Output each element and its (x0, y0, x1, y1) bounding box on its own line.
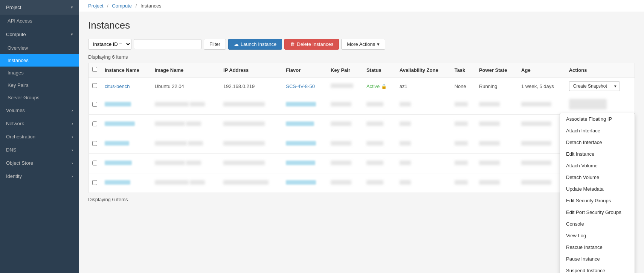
action-btn-group: Create Snapshot ▾ (569, 81, 620, 91)
sidebar-item-object-store[interactable]: Object Store › (0, 156, 79, 170)
table-header-row: Instance Name Image Name IP Address Flav… (89, 63, 635, 77)
cloud-icon: ☁ (234, 41, 239, 47)
col-flavor: Flavor (282, 63, 327, 77)
dropdown-item-6[interactable]: Update Metadata (560, 183, 635, 195)
action-dropdown-menu: Associate Floating IPAttach InterfaceDet… (560, 113, 635, 273)
col-image-name: Image Name (151, 63, 220, 77)
filter-type-select[interactable]: Instance ID = (88, 39, 131, 50)
row-checkbox[interactable] (92, 161, 97, 165)
sidebar-item-images[interactable]: Images (0, 67, 79, 79)
col-availability-zone: Availability Zone (396, 63, 451, 77)
create-snapshot-button[interactable]: Create Snapshot (569, 81, 611, 91)
displaying-count-top: Displaying 6 items (88, 54, 635, 60)
instance-name-link[interactable]: citus-bench (105, 83, 130, 89)
sidebar-project[interactable]: Project ▾ (0, 0, 79, 15)
arrow-right-icon: › (72, 121, 73, 126)
row-checkbox[interactable] (92, 141, 97, 146)
sidebar-item-volumes[interactable]: Volumes › (0, 104, 79, 117)
arrow-right-icon: › (72, 161, 73, 166)
dropdown-item-11[interactable]: Rescue Instance (560, 241, 635, 253)
sidebar-item-orchestration[interactable]: Orchestration › (0, 130, 79, 143)
keypair-cell (327, 77, 363, 95)
col-task: Task (451, 63, 475, 77)
filter-button[interactable]: Filter (204, 39, 226, 50)
ip-cell: 192.168.0.219 (220, 77, 282, 95)
lock-icon: 🔒 (381, 84, 387, 89)
filter-input[interactable] (134, 39, 201, 49)
trash-icon: 🗑 (290, 41, 295, 47)
col-instance-name: Instance Name (101, 63, 151, 77)
action-cell: Create Snapshot ▾ (565, 77, 635, 95)
arrow-right-icon: › (72, 147, 73, 153)
col-key-pair: Key Pair (327, 63, 363, 77)
sidebar-compute-label: Compute (6, 32, 26, 37)
power-state-cell: Running (475, 77, 517, 95)
sidebar-item-network[interactable]: Network › (0, 117, 79, 130)
status-cell: Active 🔒 (363, 77, 396, 95)
sidebar-compute[interactable]: Compute ▾ (0, 27, 79, 42)
col-power-state: Power State (475, 63, 517, 77)
sidebar-item-overview[interactable]: Overview (0, 42, 79, 54)
row-checkbox[interactable] (92, 121, 97, 126)
sidebar-item-instances[interactable]: Instances (0, 54, 79, 67)
breadcrumb-instances: Instances (140, 3, 162, 9)
breadcrumb: Project / Compute / Instances (79, 0, 644, 12)
table-row (89, 134, 635, 154)
page-title: Instances (88, 20, 635, 31)
dropdown-item-8[interactable]: Edit Port Security Groups (560, 206, 635, 218)
flavor-link[interactable]: SCS-4V-8-50 (286, 83, 315, 89)
col-actions: Actions (565, 63, 635, 77)
dropdown-item-0[interactable]: Associate Floating IP (560, 113, 635, 125)
sidebar-item-api-access[interactable]: API Access (0, 15, 79, 27)
breadcrumb-compute[interactable]: Compute (112, 3, 132, 9)
dropdown-item-1[interactable]: Attach Interface (560, 125, 635, 136)
table-row (89, 95, 635, 115)
table-row (89, 115, 635, 134)
sidebar-item-key-pairs[interactable]: Key Pairs (0, 79, 79, 91)
sidebar-item-dns[interactable]: DNS › (0, 143, 79, 156)
caret-down-icon: ▾ (377, 41, 380, 47)
table-row: citus-bench Ubuntu 22.04 192.168.0.219 S… (89, 77, 635, 95)
dropdown-item-13[interactable]: Suspend Instance (560, 265, 635, 273)
breadcrumb-project[interactable]: Project (88, 3, 103, 9)
image-name-cell: Ubuntu 22.04 (151, 77, 220, 95)
chevron-down-icon: ▾ (71, 5, 73, 10)
dropdown-item-2[interactable]: Detach Interface (560, 136, 635, 148)
breadcrumb-sep1: / (107, 3, 108, 9)
chevron-down-icon: ▾ (71, 32, 73, 37)
task-cell: None (451, 77, 475, 95)
dropdown-item-4[interactable]: Attach Volume (560, 160, 635, 171)
dropdown-item-7[interactable]: Edit Security Groups (560, 195, 635, 206)
instances-table: Instance Name Image Name IP Address Flav… (88, 63, 635, 193)
sidebar-item-server-groups[interactable]: Server Groups (0, 91, 79, 104)
row-checkbox[interactable] (92, 180, 97, 185)
row-checkbox[interactable] (92, 102, 97, 107)
arrow-right-icon: › (72, 134, 73, 140)
main-content: Project / Compute / Instances Instances … (79, 0, 644, 273)
az-cell: az1 (396, 77, 451, 95)
delete-instances-button[interactable]: 🗑 Delete Instances (284, 39, 339, 50)
sidebar: Project ▾ API Access Compute ▾ Overview … (0, 0, 79, 273)
action-dropdown-toggle[interactable]: ▾ (611, 81, 620, 91)
row-checkbox[interactable] (92, 83, 97, 88)
age-cell: 1 week, 5 days (517, 77, 565, 95)
dropdown-item-5[interactable]: Detach Volume (560, 171, 635, 183)
col-age: Age (517, 63, 565, 77)
content-area: Instances Instance ID = Filter ☁ Launch … (79, 12, 644, 273)
arrow-right-icon: › (72, 174, 73, 179)
col-ip-address: IP Address (220, 63, 282, 77)
dropdown-item-9[interactable]: Console (560, 218, 635, 230)
arrow-right-icon: › (72, 108, 73, 113)
dropdown-item-10[interactable]: View Log (560, 230, 635, 241)
breadcrumb-sep2: / (136, 3, 137, 9)
toolbar: Instance ID = Filter ☁ Launch Instance 🗑… (88, 39, 635, 50)
col-status: Status (363, 63, 396, 77)
dropdown-item-12[interactable]: Pause Instance (560, 253, 635, 265)
sidebar-item-identity[interactable]: Identity › (0, 170, 79, 183)
dropdown-item-3[interactable]: Edit Instance (560, 148, 635, 160)
sidebar-project-label: Project (6, 5, 21, 10)
table-row (89, 173, 635, 193)
more-actions-button[interactable]: More Actions ▾ (341, 39, 385, 50)
select-all-checkbox[interactable] (92, 67, 97, 72)
launch-instance-button[interactable]: ☁ Launch Instance (228, 39, 282, 50)
